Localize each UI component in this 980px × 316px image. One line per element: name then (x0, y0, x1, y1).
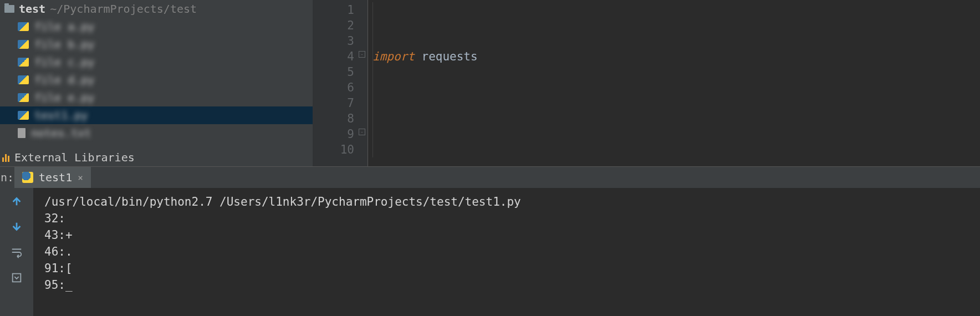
file-label: test1.py (34, 109, 88, 122)
python-file-icon (18, 111, 29, 120)
file-label: file a.py (34, 20, 94, 33)
library-icon (2, 153, 11, 162)
file-label: notes.txt (31, 126, 91, 140)
run-tab-label: test1 (39, 171, 72, 184)
run-tab-bar: n: test1 × (0, 167, 980, 188)
project-panel: test ~/PycharmProjects/test file a.py fi… (0, 0, 313, 166)
folder-icon (4, 5, 14, 13)
python-file-icon (18, 75, 29, 84)
python-file-icon (18, 93, 29, 102)
console-line: 95:_ (44, 278, 73, 292)
editor-panel: 1 2 3 4 5 6 7 8 9 10 - - import requests… (313, 0, 980, 166)
console-line: 91:[ (44, 262, 73, 275)
scroll-to-end-icon[interactable] (9, 270, 24, 286)
file-list: file a.py file b.py file c.py file d.py … (0, 18, 313, 149)
python-file-icon (18, 40, 29, 49)
top-area: test ~/PycharmProjects/test file a.py fi… (0, 0, 980, 166)
run-panel-label: n: (0, 167, 14, 188)
console-line: 43:+ (44, 228, 73, 242)
line-number: 4 (313, 49, 354, 64)
line-number: 6 (313, 80, 354, 95)
console-line: 46:. (44, 245, 73, 258)
external-libraries[interactable]: External Libraries (0, 149, 313, 166)
code-line (372, 95, 980, 111)
line-number: 10 (313, 142, 354, 157)
project-path: ~/PycharmProjects/test (50, 2, 197, 16)
editor-gutter[interactable]: 1 2 3 4 5 6 7 8 9 10 - - (313, 0, 368, 166)
line-number: 3 (313, 33, 354, 49)
run-panel: n: test1 × /usr/local/bin/python2.7 /Use… (0, 166, 980, 316)
file-item[interactable]: file a.py (0, 18, 313, 35)
file-label: file c.py (34, 55, 94, 69)
project-name: test (19, 2, 45, 16)
file-item[interactable]: file d.py (0, 71, 313, 89)
up-stack-icon[interactable] (9, 193, 24, 209)
line-number: 1 (313, 2, 354, 18)
run-body: /usr/local/bin/python2.7 /Users/l1nk3r/P… (0, 188, 980, 316)
file-item[interactable]: file c.py (0, 53, 313, 71)
line-number: 5 (313, 64, 354, 80)
fold-toggle-icon[interactable]: - (359, 51, 365, 58)
file-item[interactable]: notes.txt (0, 124, 313, 142)
code-line (372, 142, 980, 157)
console-line: 32: (44, 212, 65, 225)
file-label: file b.py (34, 38, 94, 51)
console-command: /usr/local/bin/python2.7 /Users/l1nk3r/P… (44, 195, 521, 208)
project-header[interactable]: test ~/PycharmProjects/test (0, 0, 313, 18)
external-libraries-label: External Libraries (14, 151, 135, 164)
line-number: 8 (313, 111, 354, 126)
soft-wrap-icon[interactable] (9, 244, 24, 260)
code-line: import requests (372, 49, 980, 64)
file-item-selected[interactable]: test1.py (0, 106, 313, 124)
python-file-icon (18, 58, 29, 67)
text-file-icon (18, 128, 25, 138)
code-area[interactable]: import requests for i in range(0,256): u… (368, 0, 980, 166)
file-item[interactable]: file b.py (0, 35, 313, 53)
close-icon[interactable]: × (78, 172, 83, 183)
file-item[interactable]: file e.py (0, 89, 313, 106)
console-output[interactable]: /usr/local/bin/python2.7 /Users/l1nk3r/P… (33, 188, 980, 316)
file-label: file d.py (34, 73, 94, 86)
line-number: 7 (313, 95, 354, 111)
run-tab[interactable]: test1 × (14, 167, 91, 188)
line-number: 2 (313, 18, 354, 33)
down-stack-icon[interactable] (9, 219, 24, 235)
run-toolbar (0, 188, 33, 316)
fold-toggle-icon[interactable]: - (359, 129, 365, 135)
python-file-icon (18, 22, 29, 31)
line-number: 9 (313, 126, 354, 142)
file-label: file e.py (34, 91, 94, 104)
python-icon (22, 172, 33, 183)
